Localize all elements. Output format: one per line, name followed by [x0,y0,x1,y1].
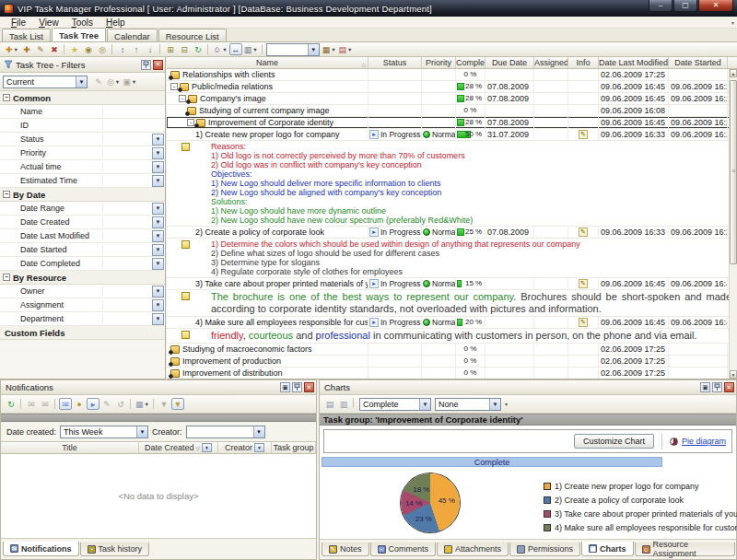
chevron-down-icon[interactable]: ▼ [76,76,87,88]
chevron-down-icon[interactable]: ▼ [331,47,335,52]
column-header-date-started[interactable]: Date Started [669,57,728,68]
tab-task-tree[interactable]: Task Tree [52,28,106,41]
complete-task-icon[interactable]: ◉ [82,43,95,55]
chevron-down-icon[interactable]: ▼ [152,134,164,146]
task-row[interactable]: 2) Create a policy of corporate look▸In … [167,227,737,239]
restore-panel-icon[interactable]: ▣ [280,382,290,392]
chevron-down-icon[interactable]: ▼ [152,203,164,215]
chevron-down-icon[interactable]: ▼ [152,230,164,242]
filter-row-date-started[interactable]: Date Started▼ [0,243,165,257]
notif-column-task-group[interactable]: Task group [272,442,316,453]
task-row[interactable]: Improvement of distribution0 %02.06.2009… [167,368,737,379]
close-button[interactable]: ✕ [698,0,733,12]
chevron-down-icon[interactable]: ▼ [136,426,147,438]
tab-charts[interactable]: ▦Charts [581,542,634,556]
mark-read-icon[interactable]: ✉ [59,398,72,410]
scrollbar-thumb[interactable] [730,80,737,264]
quick-search-combo[interactable]: ▼ [266,43,320,56]
collapse-icon[interactable]: − [3,94,10,101]
scroll-up-icon[interactable]: ▲ [730,69,737,77]
chart-series-combo[interactable]: Complete▼ [359,398,431,411]
tab-attachments[interactable]: Attachments [437,542,509,556]
chevron-down-icon[interactable]: ▼ [152,244,164,256]
maximize-button[interactable]: ▢ [673,0,697,12]
column-header-date-last-modified[interactable]: Date Last Modified [599,57,669,68]
tab-task-history[interactable]: ◔Task history [80,542,150,556]
fit-columns-icon[interactable]: ↔ [229,43,242,55]
new-filter-icon[interactable]: ★ [68,43,81,55]
customize-chart-button[interactable]: Customize Chart [574,434,654,449]
chevron-down-icon[interactable]: ▼ [152,313,164,325]
task-row[interactable]: 4) Make sure all employees responsible f… [167,317,737,329]
columns-icon[interactable]: ▦▼ [322,43,337,55]
reopen-task-icon[interactable]: ◎ [96,43,109,55]
export-chart-icon[interactable]: ▥ [337,398,350,410]
chevron-down-icon[interactable]: ▼ [145,402,149,407]
tab-comments[interactable]: ✉Comments [370,542,437,556]
forward-notification-icon[interactable]: ✉ [39,398,52,410]
reply-icon[interactable]: ✎ [100,398,113,410]
filter-row-assignment[interactable]: Assignment▼ [0,298,165,312]
restore-panel-icon[interactable]: ▣ [700,382,710,392]
filter-row-priority[interactable]: Priority▼ [0,146,165,160]
chevron-down-icon[interactable]: ▼ [152,147,164,159]
filter-row-date-range[interactable]: Date Range▼ [0,202,165,216]
move-icon[interactable]: ↕ [116,43,129,55]
pin-icon[interactable] [141,60,151,70]
print-icon[interactable]: ▤▼ [338,43,354,55]
move-down-icon[interactable]: ↓ [144,43,157,55]
collapse-icon[interactable]: − [3,274,10,281]
expand-all-icon[interactable]: ⊞ [164,43,177,55]
filter-row-date-last-modified[interactable]: Date Last Modified▼ [0,229,165,243]
add-task-icon[interactable]: ✚▼ [5,43,19,55]
chevron-down-icon[interactable]: ▼ [115,79,120,85]
clear-filter-icon[interactable]: ▣▼ [122,76,137,88]
filter-section-custom-fields[interactable]: Custom Fields [0,326,165,340]
column-header-info[interactable]: Info [568,57,599,68]
chevron-down-icon[interactable]: ▼ [152,161,164,173]
chevron-down-icon[interactable]: ▼ [14,47,18,52]
notif-column-title[interactable]: Title [1,442,139,453]
menu-item-view[interactable]: View [33,18,64,28]
task-row[interactable]: 1) Create new proper logo for company▸In… [167,129,737,141]
date-created-combo[interactable]: This Week▼ [60,426,148,438]
pin-icon[interactable] [712,382,722,392]
filter-preset-combo[interactable]: Current▼ [3,76,88,88]
scroll-down-icon[interactable]: ▼ [730,370,737,379]
filter-dropdown-icon[interactable]: ▼ [254,443,264,452]
filter-row-date-completed[interactable]: Date Completed▼ [0,257,165,271]
filter-row-actual-time[interactable]: Actual time▼ [0,160,165,174]
task-row[interactable]: -Company's image28 %07.08.200909.06.2009… [167,93,737,105]
chevron-down-icon[interactable]: ▼ [152,258,164,270]
mark-unread-icon[interactable]: ▸ [87,398,99,410]
add-subtask-icon[interactable]: ✚ [20,43,33,55]
tab-permissions[interactable]: Permissions [509,542,580,556]
pin-icon[interactable] [292,382,302,392]
column-header-complete[interactable]: Complete [456,57,485,68]
chevron-down-icon[interactable]: ▼ [489,399,500,410]
vertical-scrollbar[interactable]: ▲ ▼ [729,69,737,379]
task-row[interactable]: -Improvement of Corporate identity28 %07… [167,117,737,129]
filter-row-owner[interactable]: Owner▼ [0,285,165,298]
group-by-icon[interactable]: ▦▼ [135,398,150,410]
column-header-assigned[interactable]: Assigned [534,57,568,68]
refresh-notifications-icon[interactable]: ↻ [5,398,18,410]
chevron-down-icon[interactable]: ▼ [252,47,257,52]
chevron-down-icon[interactable]: ▼ [132,79,136,85]
task-row[interactable]: Studiyng of macroeconomic factors0 %02.0… [167,344,737,356]
task-row[interactable]: Studying of current company image0 %09.0… [167,105,737,117]
filter-row-estimated-time[interactable]: Estimated Time▼ [0,174,165,188]
assign-resource-icon[interactable]: ☺▼ [212,43,228,55]
column-header-priority[interactable]: Priority [422,57,456,68]
task-row[interactable]: -Public/media relations28 %07.08.200909.… [167,81,737,93]
undo-icon[interactable]: ↺ [114,398,127,410]
filter-section-common[interactable]: −Common [0,91,165,105]
filter-row-status[interactable]: Status▼ [0,133,165,146]
column-header-name[interactable]: Name△ [167,57,368,68]
chevron-down-icon[interactable]: ▼ [347,47,352,52]
tab-notifications[interactable]: ✉Notifications [3,542,79,556]
filter-section-by-resource[interactable]: −By Resource [0,271,165,285]
filter-dropdown-icon[interactable]: ▼ [202,443,212,452]
chevron-down-icon[interactable]: ▼ [419,399,430,410]
chevron-down-icon[interactable]: ▼ [222,47,227,52]
